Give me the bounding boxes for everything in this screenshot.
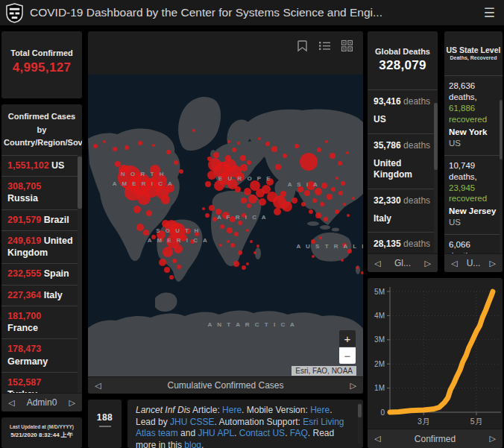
country-row-spain[interactable]: 232,555 Spain xyxy=(1,263,82,284)
link-blog[interactable]: blog xyxy=(184,440,201,448)
country-row-italy[interactable]: 227,364 Italy xyxy=(1,285,82,306)
global-deaths-label: Global Deaths xyxy=(368,47,438,56)
state-name: New York xyxy=(449,127,487,136)
country-name: Germany xyxy=(7,356,48,367)
us-state-title: US State Level xyxy=(444,45,503,54)
next-arrow[interactable]: ▷ xyxy=(425,259,431,268)
jhu-shield-logo xyxy=(6,3,23,23)
svg-text:4M: 4M xyxy=(374,312,385,320)
chart-pager: ◁ Confirmed ▷ xyxy=(368,429,503,448)
bookmark-icon[interactable] xyxy=(296,40,309,52)
confirmed-count: 232,555 xyxy=(7,268,41,279)
zoom-in-button[interactable]: + xyxy=(339,330,356,347)
country-name: France xyxy=(7,323,38,333)
state-row-new-jersey[interactable]: 10,749 deaths, 23,945 recoveredNew Jerse… xyxy=(444,155,503,235)
map-canvas xyxy=(88,75,363,376)
info-scrollbar[interactable] xyxy=(358,403,362,444)
hamburger-menu-icon[interactable]: ☰ xyxy=(484,5,495,21)
country-row-france[interactable]: 181,700 France xyxy=(1,306,82,339)
country-row-us[interactable]: 1,551,102 US xyxy=(1,155,82,176)
scrollbar-thumb[interactable] xyxy=(500,100,503,160)
deaths-row-uk[interactable]: 35,786 deathsUnited Kingdom xyxy=(368,133,438,189)
link-article-here[interactable]: Here xyxy=(222,405,242,415)
prev-arrow[interactable]: ◁ xyxy=(95,381,101,391)
country-name: United Kingdom xyxy=(374,158,432,181)
link-jhu-csse[interactable]: JHU CSSE xyxy=(170,417,214,427)
country-panel-pager: ◁ Admin0 ▷ xyxy=(1,393,82,411)
global-deaths-pager: ◁ Gl... ▷ xyxy=(368,253,438,272)
app-header: COVID-19 Dashboard by the Center for Sys… xyxy=(0,0,504,25)
next-arrow[interactable]: ▷ xyxy=(69,398,75,408)
next-arrow[interactable]: ▷ xyxy=(490,434,496,444)
country-name: Brazil xyxy=(44,215,69,225)
link-faq[interactable]: FAQ xyxy=(290,428,308,438)
deaths-row-italy[interactable]: 32,330 deathsItaly xyxy=(368,189,438,233)
last-updated-panel: Last Updated at (M/D/YYYY) 5/21/2020 8:3… xyxy=(1,417,82,448)
next-arrow[interactable]: ▷ xyxy=(350,381,356,391)
svg-text:5M: 5M xyxy=(374,288,385,296)
pager-label: U... xyxy=(457,258,489,268)
pager-label: Confirmed xyxy=(380,434,489,444)
confirmed-count: 178,473 xyxy=(7,344,41,354)
world-map[interactable]: N O R T H A M E R I C A E U R O P E A S … xyxy=(88,75,363,376)
list-icon[interactable] xyxy=(318,40,331,52)
pager-label: Admin0 xyxy=(14,397,69,408)
link-mobile-here[interactable]: Here xyxy=(310,405,330,415)
last-updated-caption: Last Updated at (M/D/YYYY) xyxy=(1,424,82,429)
link-jhu-apl[interactable]: JHU APL xyxy=(198,428,234,438)
global-deaths-value: 328,079 xyxy=(368,58,438,73)
country-list-scrollbar[interactable] xyxy=(78,155,82,393)
confirmed-count: 1,551,102 xyxy=(7,160,49,171)
svg-text:3M: 3M xyxy=(374,335,385,344)
map-pager: ◁ Cumulative Confirmed Cases ▷ xyxy=(88,376,363,394)
pager-label: Cumulative Confirmed Cases xyxy=(101,380,350,391)
us-state-level-panel: US State Level Deaths, Recovered 28,636 … xyxy=(444,31,503,272)
total-confirmed-label: Total Confirmed xyxy=(1,48,82,57)
svg-text:5月: 5月 xyxy=(470,417,482,426)
confirmed-count: 227,364 xyxy=(7,290,41,300)
country-name: Russia xyxy=(7,193,38,204)
confirmed-trend-chart: 01M2M3M4M5M3月5月 xyxy=(368,278,503,429)
page-title: COVID-19 Dashboard by the Center for Sys… xyxy=(30,6,382,19)
lancet-title: Lancet Inf Dis xyxy=(136,405,190,415)
global-deaths-scrollbar[interactable] xyxy=(434,103,438,253)
us-state-header: US State Level Deaths, Recovered xyxy=(444,31,503,75)
scrollbar-thumb[interactable] xyxy=(78,157,82,209)
svg-text:0: 0 xyxy=(380,408,385,417)
prev-arrow[interactable]: ◁ xyxy=(8,398,14,408)
country-row-uk[interactable]: 249,619 United Kingdom xyxy=(1,230,82,264)
confirmed-count: 308,705 xyxy=(7,181,41,192)
total-confirmed-panel: Total Confirmed 4,995,127 xyxy=(1,31,82,98)
prev-arrow[interactable]: ◁ xyxy=(451,259,457,268)
us-state-pager: ◁ U... ▷ xyxy=(444,253,503,272)
prev-arrow[interactable]: ◁ xyxy=(374,434,380,444)
us-state-subtitle: Deaths, Recovered xyxy=(444,55,503,60)
confirmed-count: 152,587 xyxy=(7,377,41,388)
us-state-scrollbar[interactable] xyxy=(500,100,503,253)
grid-icon[interactable] xyxy=(341,40,353,52)
country-row-germany[interactable]: 178,473 Germany xyxy=(1,338,82,372)
map-panel: N O R T H A M E R I C A E U R O P E A S … xyxy=(88,31,363,394)
scrollbar-thumb[interactable] xyxy=(358,404,362,417)
country-row-russia[interactable]: 308,705 Russia xyxy=(1,176,82,209)
confirmed-count: 181,700 xyxy=(7,311,41,321)
admin-count-underline xyxy=(99,426,111,427)
info-links-panel: Lancet Inf Dis Article: Here. Mobile Ver… xyxy=(127,400,363,448)
zoom-out-button[interactable]: − xyxy=(339,347,356,364)
state-name: New Jersey xyxy=(449,206,496,215)
country-row-brazil[interactable]: 291,579 Brazil xyxy=(1,209,82,230)
deaths-row-us[interactable]: 93,416 deathsUS xyxy=(368,89,438,133)
prev-arrow[interactable]: ◁ xyxy=(374,259,380,268)
confirmed-count: 249,619 xyxy=(7,236,41,246)
next-arrow[interactable]: ▷ xyxy=(490,259,496,268)
state-row-new-york[interactable]: 28,636 deaths, 61,886 recoveredNew York … xyxy=(444,75,503,155)
confirmed-count: 291,579 xyxy=(7,215,41,225)
scrollbar-thumb[interactable] xyxy=(434,103,438,170)
svg-text:2M: 2M xyxy=(374,360,385,368)
pager-label: Gl... xyxy=(380,258,424,268)
svg-text:1M: 1M xyxy=(374,384,385,392)
map-toolbar xyxy=(296,40,353,52)
country-name: US xyxy=(51,160,64,171)
country-list-title: Confirmed Cases by Country/Region/Sovere… xyxy=(1,104,82,155)
link-contact-us[interactable]: Contact US xyxy=(239,428,285,438)
